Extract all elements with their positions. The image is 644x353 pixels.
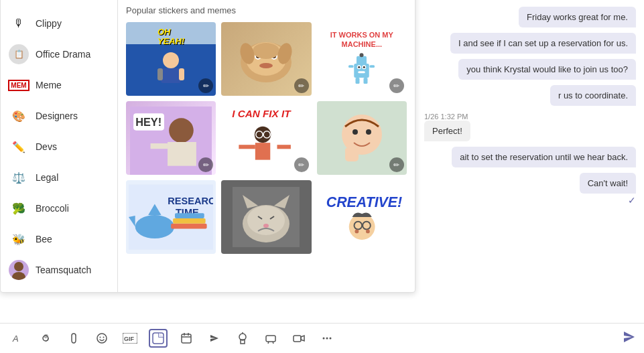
svg-point-79 xyxy=(103,337,105,338)
svg-text:GIF: GIF xyxy=(124,336,135,342)
sidebar-item-clippy-label: Clippy xyxy=(36,18,62,29)
sidebar-item-meme[interactable]: MEM Meme xyxy=(1,70,117,100)
sidebar-item-designers[interactable]: 🎨 Designers xyxy=(1,100,117,131)
svg-rect-48 xyxy=(345,148,359,155)
bee-icon: 🐝 xyxy=(9,229,29,249)
sidebar-item-teamsquatch[interactable]: Teamsquatch xyxy=(1,255,117,285)
send-button[interactable] xyxy=(623,330,636,347)
svg-rect-31 xyxy=(168,142,196,166)
sidebar-item-legal-label: Legal xyxy=(36,172,58,183)
svg-point-0 xyxy=(14,262,23,271)
sidebar-item-office-drama-label: Office Drama xyxy=(36,49,90,60)
more-icon[interactable] xyxy=(318,329,336,348)
mention-icon[interactable]: @ xyxy=(36,329,55,348)
svg-point-73 xyxy=(366,229,370,233)
gif-icon[interactable]: GIF xyxy=(121,329,139,348)
chat-msg-3: you think Krystal would like to join us … xyxy=(424,59,636,80)
svg-text:I CAN FIX IT: I CAN FIX IT xyxy=(232,108,292,119)
svg-marker-99 xyxy=(624,332,635,342)
svg-line-92 xyxy=(268,342,269,344)
sticker-baby[interactable]: ✏ xyxy=(317,101,407,175)
doge-edit-btn[interactable]: ✏ xyxy=(294,78,309,93)
svg-point-22 xyxy=(359,66,361,68)
i-can-fix-edit-btn[interactable]: ✏ xyxy=(294,157,309,172)
meme-icon: MEM xyxy=(9,75,29,95)
svg-marker-95 xyxy=(301,336,304,341)
svg-point-60 xyxy=(247,206,285,235)
praise-icon[interactable] xyxy=(233,329,252,348)
svg-point-14 xyxy=(253,43,279,59)
chat-area: Friday works great for me. I and see if … xyxy=(416,0,644,293)
svg-text:CREATIVE!: CREATIVE! xyxy=(326,194,402,210)
chat-bubble-5: Perfect! xyxy=(424,121,470,141)
svg-rect-57 xyxy=(175,213,204,218)
sticker-oh-yeah[interactable]: OHYEAH! xyxy=(126,22,216,96)
chat-msg-2: I and see if I can set up a reservation … xyxy=(424,33,636,54)
sticker-i-can-fix[interactable]: I CAN FIX IT xyxy=(221,101,311,175)
svg-point-65 xyxy=(263,224,269,228)
svg-text:@: @ xyxy=(44,334,48,338)
teamsquatch-icon xyxy=(9,260,29,280)
attach-icon[interactable] xyxy=(64,329,83,348)
svg-rect-24 xyxy=(359,71,366,73)
svg-rect-32 xyxy=(151,143,168,149)
section-label: Popular stickers and memes xyxy=(126,5,407,15)
sidebar-item-teamsquatch-label: Teamsquatch xyxy=(36,265,91,275)
svg-point-97 xyxy=(326,338,328,340)
chat-bubble-7: Can't wait! xyxy=(580,173,636,194)
svg-marker-87 xyxy=(210,335,218,342)
schedule-icon[interactable] xyxy=(177,329,196,348)
baby-edit-btn[interactable]: ✏ xyxy=(389,157,404,172)
sticker-doge[interactable]: ✏ xyxy=(221,22,311,96)
chat-bubble-3: you think Krystal would like to join us … xyxy=(458,59,636,80)
svg-text:A: A xyxy=(12,334,19,344)
it-works-edit-btn[interactable]: ✏ xyxy=(389,78,404,93)
svg-rect-83 xyxy=(182,334,191,343)
broccoli-icon: 🥦 xyxy=(9,198,29,218)
office-drama-icon: 📋 xyxy=(9,44,29,64)
sidebar-item-broccoli[interactable]: 🥦 Broccoli xyxy=(1,193,117,224)
sidebar-item-office-drama[interactable]: 📋 Office Drama xyxy=(1,39,117,70)
chat-msg-7: Can't wait! ✓ xyxy=(424,173,636,206)
sidebar-item-bee[interactable]: 🐝 Bee xyxy=(1,224,117,255)
stream-icon[interactable] xyxy=(261,329,280,348)
sidebar-item-legal[interactable]: ⚖️ Legal xyxy=(1,162,117,193)
video-icon[interactable] xyxy=(289,329,308,348)
sidebar-item-bee-label: Bee xyxy=(36,234,52,244)
it-works-text: IT WORKS ON MY MACHINE... xyxy=(322,31,401,48)
sticker-hey[interactable]: HEY! ✏ xyxy=(126,101,216,175)
sidebar-item-designers-label: Designers xyxy=(36,111,78,121)
svg-rect-39 xyxy=(239,145,255,149)
svg-text:RESEARCH: RESEARCH xyxy=(168,196,213,206)
svg-point-1 xyxy=(12,272,25,280)
svg-point-98 xyxy=(330,338,332,340)
svg-point-30 xyxy=(169,118,194,143)
sidebar-item-devs[interactable]: ✏️ Devs xyxy=(1,131,117,162)
emoji-icon[interactable] xyxy=(92,329,111,348)
chat-msg-5: 1/26 1:32 PM Perfect! xyxy=(424,111,636,141)
sticker-creative[interactable]: CREATIVE! xyxy=(317,180,407,254)
sidebar-item-popular[interactable]: ⭐ Popular xyxy=(1,0,117,8)
sticker-icon[interactable] xyxy=(149,329,168,348)
sidebar-item-clippy[interactable]: 🎙 Clippy xyxy=(1,8,117,39)
legal-icon: ⚖️ xyxy=(9,167,29,188)
svg-rect-17 xyxy=(355,64,370,78)
chat-msg-1: Friday works great for me. xyxy=(424,7,636,27)
chat-bubble-2: I and see if I can set up a reservation … xyxy=(450,33,636,54)
chat-timestamp-5: 1/26 1:32 PM xyxy=(424,113,636,121)
format-icon[interactable]: A xyxy=(8,329,27,348)
check-icon: ✓ xyxy=(628,195,636,206)
sticker-it-works[interactable]: IT WORKS ON MY MACHINE... xyxy=(317,22,407,96)
send-arrow-icon[interactable] xyxy=(205,329,224,348)
sticker-grumpy[interactable] xyxy=(221,180,311,254)
chat-msg-6: ait to set the reservation until we hear… xyxy=(424,147,636,167)
clippy-icon: 🎙 xyxy=(9,13,29,33)
svg-line-93 xyxy=(273,342,273,344)
svg-rect-55 xyxy=(171,224,206,229)
svg-point-96 xyxy=(323,338,325,340)
sticker-research[interactable]: RESEARCH TIME xyxy=(126,180,216,254)
sidebar-item-devs-label: Devs xyxy=(36,141,57,152)
main-area: ⭐ Popular 🎙 Clippy 📋 Office Drama MEM Me… xyxy=(0,0,644,323)
svg-rect-28 xyxy=(364,78,368,84)
svg-point-45 xyxy=(352,129,358,135)
